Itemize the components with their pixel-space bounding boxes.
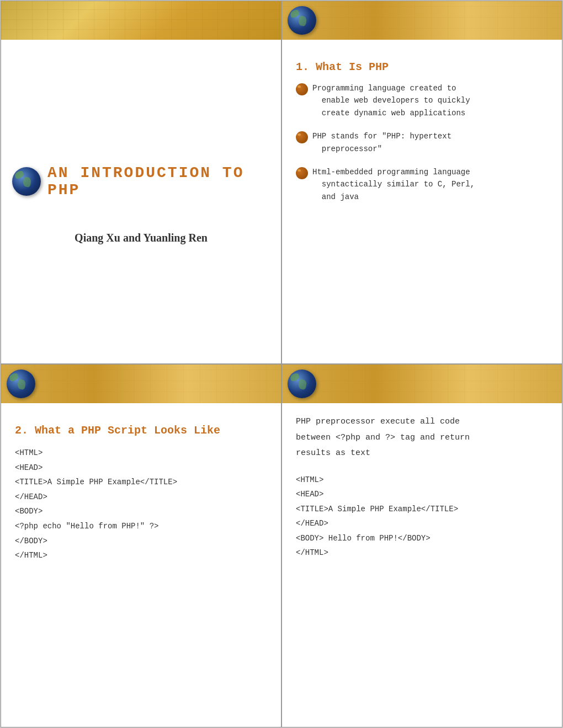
slide2-bullet-1: Programming language created to enable w…: [296, 82, 548, 119]
slide2-heading: 1. What Is PHP: [296, 61, 548, 73]
slide1-globe: [12, 167, 41, 196]
slide4-code: <HTML> <HEAD> <TITLE>A Simple PHP Exampl…: [296, 473, 548, 561]
slide3-code: <HTML> <HEAD> <TITLE>A Simple PHP Exampl…: [15, 446, 267, 563]
slide2-bullet-text-2: PHP stands for "PHP: hypertext preproces…: [312, 130, 452, 155]
slide3-heading: 2. What a PHP Script Looks Like: [15, 424, 267, 437]
slide4-header: [282, 365, 562, 403]
slide2-globe: [288, 6, 316, 35]
slide1-title: AN INTRODUCTION TO PHP: [47, 164, 270, 199]
slide2-bullet-text-1: Programming language created to enable w…: [312, 82, 470, 119]
slide-1: AN INTRODUCTION TO PHP Qiang Xu and Yuan…: [1, 1, 282, 364]
bullet-icon-3: [296, 167, 308, 179]
slide1-banner: [1, 1, 281, 40]
slide3-header: [1, 365, 281, 403]
slide2-bullet-3: Html-embedded programming language synta…: [296, 166, 548, 203]
slide3-globe: [7, 370, 35, 398]
slide1-author: Qiang Xu and Yuanling Ren: [75, 232, 208, 244]
slide-2: 1. What Is PHP Programming language crea…: [282, 1, 562, 364]
slide2-bullet-text-3: Html-embedded programming language synta…: [312, 166, 475, 203]
slide4-globe: [288, 370, 316, 398]
slide2-header: [282, 1, 562, 40]
bullet-icon-1: [296, 83, 308, 95]
slide-4: PHP preprocessor execute all code betwee…: [282, 364, 562, 727]
slide-3: 2. What a PHP Script Looks Like <HTML> <…: [1, 364, 282, 727]
slide4-prose: PHP preprocessor execute all code betwee…: [296, 414, 548, 462]
bullet-icon-2: [296, 131, 308, 143]
slide2-bullet-2: PHP stands for "PHP: hypertext preproces…: [296, 130, 548, 155]
